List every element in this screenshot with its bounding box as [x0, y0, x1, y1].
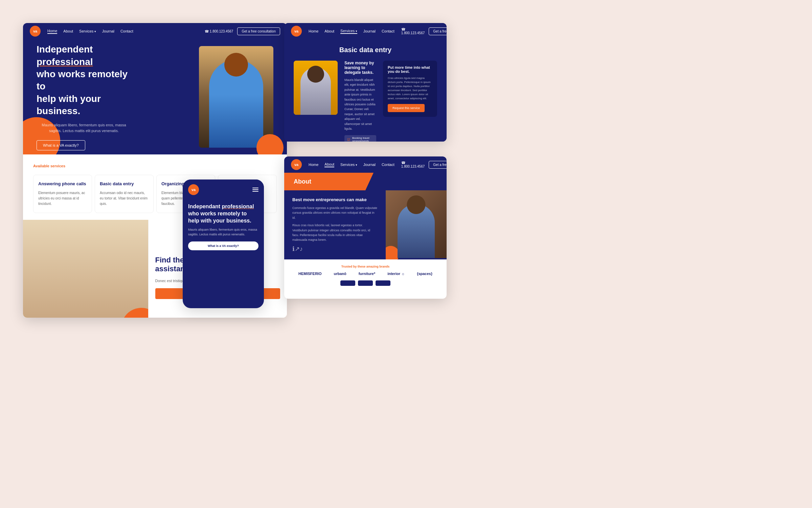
service-nav-links: Home About Services Journal Contact: [309, 29, 394, 34]
card-mobile: va Independant professional who works re…: [183, 179, 264, 308]
about-text-2: Risus cras risus lobortis val, laoreet e…: [292, 223, 378, 242]
about-nav-phone: ☎ 1.800.123.4567: [401, 161, 425, 168]
about-image-column: [386, 190, 447, 259]
about-signature: ℹ↗♪: [292, 245, 378, 253]
about-nav-right: ☎ 1.800.123.4567 Get a free consultation: [401, 161, 447, 169]
hero-section: Independent professional who works remot…: [23, 39, 287, 154]
service-checklist: Booking travel arrangements Organising y…: [344, 135, 376, 142]
service-nav-bar: va Home About Services Journal Contact ☎…: [284, 23, 447, 39]
about-nav-about[interactable]: About: [324, 162, 334, 167]
service-nav-logo: va: [291, 26, 302, 37]
service-nav-cta[interactable]: Get a free consultation: [429, 27, 447, 35]
hero-title-highlight: professional: [37, 57, 93, 67]
brand-urbano: urbanō: [334, 272, 346, 276]
about-nav-logo: va: [291, 159, 302, 170]
about-nav-links: Home About Services Journal Contact: [309, 162, 394, 167]
brand-spaces: {spaces}: [417, 272, 432, 276]
service-page-title: Basic data entry: [294, 46, 437, 54]
nav-link-contact[interactable]: Contact: [120, 29, 133, 33]
service-card-1-desc: Accumsan odio id nec mauris, eu tortor a…: [100, 190, 149, 207]
nav-link-services[interactable]: Services: [79, 29, 96, 33]
card-service-page: va Home About Services Journal Contact ☎…: [284, 23, 447, 142]
about-cta-btn-3[interactable]: [376, 280, 390, 286]
hero-title: Independent professional who works remot…: [37, 43, 138, 117]
about-page-title: About: [294, 178, 311, 185]
service-card-0: Answering phone calls Elementum posuere …: [33, 175, 92, 213]
bottom-person-photo: [23, 220, 148, 318]
service-put-more-text: Cras ultricies ligula sed magna dictum p…: [388, 76, 432, 101]
nav-logo: va: [30, 26, 41, 37]
about-main-heading: Best move entrepreneurs can make: [292, 197, 378, 202]
brand-furniture: furniture*: [359, 272, 376, 276]
hamburger-line-3: [252, 191, 258, 192]
about-text-column: Best move entrepreneurs can make Commodo…: [284, 190, 386, 259]
hamburger-line-2: [252, 189, 258, 190]
about-nav-home[interactable]: Home: [309, 163, 318, 167]
mobile-cta-button[interactable]: What is a VA exactly?: [188, 241, 258, 250]
bottom-left-image: [23, 220, 148, 318]
about-main-content: Best move entrepreneurs can make Commodo…: [284, 190, 447, 259]
service-img-box: [294, 61, 338, 115]
service-card-1: Basic data entry Accumsan odio id nec ma…: [95, 175, 154, 213]
service-nav-journal[interactable]: Journal: [363, 29, 376, 33]
service-card-0-desc: Elementum posuere mauris, ac ultricies e…: [38, 190, 87, 207]
service-nav-phone: ☎ 1.800.123.4567: [401, 27, 425, 35]
service-nav-services[interactable]: Services: [340, 29, 357, 34]
service-card-0-title: Answering phone calls: [38, 181, 87, 187]
service-save-text: Mauris blandit aliquet elit, eget tincid…: [344, 78, 376, 131]
nav-link-home[interactable]: Home: [47, 29, 57, 34]
about-orange-header: About: [284, 173, 447, 190]
screenshot-bg: va Home About Services Journal Contact ☎…: [0, 0, 812, 508]
hero-cta-button[interactable]: What is a VA exactly?: [37, 140, 85, 150]
nav-bar: va Home About Services Journal Contact ☎…: [23, 23, 287, 39]
service-text-col: Save money by learning to delegate tasks…: [344, 61, 376, 142]
nav-phone: ☎ 1.800.123.4567: [205, 29, 233, 33]
service-nav-home[interactable]: Home: [309, 29, 318, 33]
service-right-box: Put more time into what you do best. Cra…: [383, 61, 437, 117]
brand-hemisferio: HEMISFERIO: [298, 272, 321, 276]
service-nav-right: ☎ 1.800.123.4567 Get a free consultation: [401, 27, 447, 35]
about-nav-journal[interactable]: Journal: [363, 163, 376, 167]
about-nav-contact[interactable]: Contact: [382, 163, 394, 167]
service-page-hero: Basic data entry Save money by learning …: [284, 39, 447, 142]
about-cta-btn-1[interactable]: [340, 280, 355, 286]
hero-image: [199, 46, 273, 148]
service-put-more-heading: Put more time into what you do best.: [388, 65, 432, 73]
service-img-col: [294, 61, 338, 142]
service-request-button[interactable]: Request this service: [388, 104, 425, 112]
about-cta-row: [292, 280, 438, 286]
about-brands-label: Trusted by these amazing brands: [292, 265, 438, 268]
nav-cta-button[interactable]: Get a free consultation: [237, 27, 280, 35]
brand-interior: interior ☼: [387, 272, 405, 276]
service-checklist-item-0: Booking travel arrangements: [344, 135, 376, 142]
about-nav-cta[interactable]: Get a free consultation: [429, 161, 447, 169]
service-save-heading: Save money by learning to delegate tasks…: [344, 61, 376, 75]
hamburger-menu[interactable]: [252, 188, 258, 192]
mobile-hero: Independant professional who works remot…: [183, 200, 264, 257]
mobile-logo: va: [188, 184, 199, 195]
service-right-col: Put more time into what you do best. Cra…: [383, 61, 437, 142]
about-nav-bar: va Home About Services Journal Contact ☎…: [284, 156, 447, 173]
service-nav-contact[interactable]: Contact: [382, 29, 394, 33]
about-cta-btn-2[interactable]: [358, 280, 373, 286]
about-nav-services[interactable]: Services: [340, 163, 357, 167]
service-page-content: Save money by learning to delegate tasks…: [294, 61, 437, 142]
service-card-1-title: Basic data entry: [100, 181, 149, 187]
hero-person-photo: [199, 46, 273, 148]
card-about-page: va Home About Services Journal Contact ☎…: [284, 156, 447, 299]
about-brands: HEMISFERIO urbanō furniture* interior ☼ …: [292, 272, 438, 276]
mobile-title: Independant professional who works remot…: [188, 203, 258, 224]
services-label: Available services: [33, 164, 277, 168]
mobile-subtitle: Mauris aliquam libero, fermentum quis er…: [188, 228, 258, 237]
nav-link-journal[interactable]: Journal: [102, 29, 114, 33]
mobile-nav: va: [183, 179, 264, 200]
about-header-blue: [365, 173, 447, 190]
nav-links: Home About Services Journal Contact: [47, 29, 198, 34]
mobile-title-highlight: professional: [222, 204, 254, 209]
hero-subtitle: Mauris aliquam libero, fermentum quis er…: [37, 122, 131, 134]
about-text-1: Commodo fusce egestas a gravida vel blan…: [292, 206, 378, 220]
nav-link-about[interactable]: About: [63, 29, 73, 33]
hamburger-line-1: [252, 188, 258, 188]
nav-right: ☎ 1.800.123.4567 Get a free consultation: [205, 27, 280, 35]
service-nav-about[interactable]: About: [324, 29, 334, 33]
